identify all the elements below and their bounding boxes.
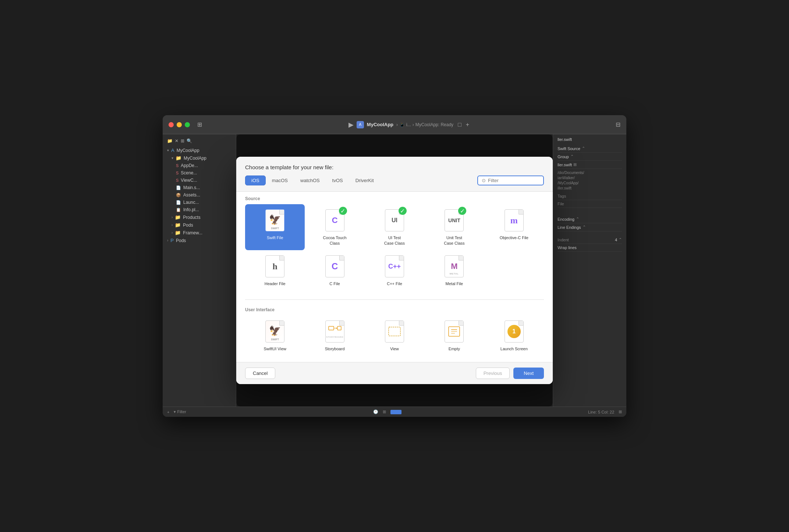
status-icon: ⊞ <box>619 409 622 414</box>
tab-driverkit[interactable]: DriverKit <box>349 175 380 185</box>
sidebar-toolbar: 📁 ✕ ⊞ 🔍 <box>163 137 236 146</box>
modal-footer: Cancel Previous Next <box>236 362 553 384</box>
template-swift-file[interactable]: 🦅 SWIFT Swift File <box>245 204 305 250</box>
tab-watchos[interactable]: watchOS <box>294 175 326 185</box>
indent-value: 4 ⌃ <box>615 237 622 242</box>
spacer2 <box>558 231 622 236</box>
ui-test-label: UI TestCase Class <box>384 235 405 246</box>
template-swiftui[interactable]: 🦅 SWIFT SwiftUI View <box>245 315 305 356</box>
sidebar-item-products[interactable]: › 📁 Products <box>163 213 236 221</box>
play-button[interactable]: ▶ <box>348 121 354 129</box>
template-unit-test[interactable]: UNIT ✓ Unit TestCase Class <box>424 204 484 250</box>
objc-icon: m <box>502 209 526 232</box>
sidebar-item-launchscreen[interactable]: 📄 Launc... <box>163 199 236 206</box>
minimize-button[interactable] <box>177 122 182 127</box>
template-empty[interactable]: Empty <box>424 315 484 356</box>
right-panel-group: Group ⌃ <box>558 153 622 161</box>
wrap-value: Wrap lines <box>558 245 577 250</box>
spacer <box>558 208 622 215</box>
template-cpp-file[interactable]: C++ C++ File <box>365 250 424 291</box>
template-launch-screen[interactable]: 1 Launch Screen <box>484 315 544 356</box>
sidebar-folder-label: MyCoolApp <box>184 156 206 161</box>
template-metal[interactable]: M METAL Metal File <box>424 250 484 291</box>
template-header[interactable]: h Header File <box>245 250 305 291</box>
sidebar-item-infoplist[interactable]: 📋 Info.pl... <box>163 206 236 213</box>
sidebar-item-viewcontroller[interactable]: S ViewC... <box>163 177 236 184</box>
previous-button[interactable]: Previous <box>476 368 510 379</box>
filter-icon: ⊙ <box>482 178 486 183</box>
plist-icon: 📋 <box>176 208 181 212</box>
template-storyboard[interactable]: STORYBOARD Storyboard <box>305 315 364 356</box>
template-c-file[interactable]: C C File <box>305 250 364 291</box>
sidebar-file-label: Info.pl... <box>183 207 199 212</box>
tab-tvos[interactable]: tvOS <box>326 175 349 185</box>
hierarchy-icon[interactable]: ⊞ <box>181 138 184 143</box>
line-endings-value: Line Endings ⌃ <box>558 225 586 230</box>
tab-ios[interactable]: iOS <box>245 175 266 185</box>
sidebar-item-pods-root[interactable]: › P Pods <box>163 237 236 244</box>
sidebar-item-pods[interactable]: › 📁 Pods <box>163 221 236 229</box>
template-view[interactable]: View <box>365 315 424 356</box>
layout-toggle-icon[interactable]: ⊟ <box>616 121 620 128</box>
chevron-icon: › <box>167 238 168 242</box>
breadcrumb-icon: 📱 <box>399 122 405 127</box>
sidebar-root-label: MyCoolApp <box>177 148 199 153</box>
breadcrumb-text: i... <box>406 122 411 127</box>
cancel-button[interactable]: Cancel <box>245 368 275 379</box>
maximize-button[interactable] <box>185 122 190 127</box>
sidebar-item-scenedelegate[interactable]: S Scene... <box>163 169 236 177</box>
sidebar-pods-root-label: Pods <box>176 238 186 243</box>
sidebar-file-label: Scene... <box>181 170 197 175</box>
x-icon[interactable]: ✕ <box>175 138 178 143</box>
swift-icon: S <box>176 163 178 168</box>
sidebar-item-appdelegate[interactable]: S AppDe... <box>163 162 236 169</box>
sidebar-file-label: Assets... <box>183 192 200 198</box>
sidebar-toggle-icon[interactable]: ⊞ <box>197 121 202 128</box>
sidebar-item-mycoolapp-folder[interactable]: ▾ 📁 MyCoolApp <box>163 154 236 162</box>
position-label: Line: 5 Col: 22 <box>588 410 614 414</box>
filter-input[interactable] <box>488 178 539 183</box>
add-tab-icon[interactable]: + <box>466 121 469 128</box>
new-file-dialog: Choose a template for your new file: iOS… <box>236 157 553 384</box>
swift-icon: S <box>176 178 178 182</box>
empty-label: Empty <box>449 346 460 351</box>
right-panel-file-value: ller.swift ⊞ <box>558 162 577 167</box>
blue-rect <box>390 410 401 414</box>
launch-screen-icon: 1 <box>502 320 526 343</box>
encoding-value: Encoding ⌃ <box>558 217 579 221</box>
filter-dropdown[interactable]: ▾ Filter <box>174 409 186 414</box>
empty-icon <box>442 320 466 343</box>
sidebar-item-frameworks[interactable]: › 📁 Framew... <box>163 229 236 237</box>
close-button[interactable] <box>169 122 174 127</box>
sidebar-file-label: AppDe... <box>181 163 198 168</box>
svg-rect-4 <box>389 327 400 336</box>
right-panel-file: ller.swift ⊞ <box>558 161 622 169</box>
app-name-label: MyCoolApp <box>367 122 393 127</box>
header-icon: h <box>263 255 287 278</box>
sidebar-item-main[interactable]: 📄 Main.s... <box>163 184 236 191</box>
search-icon[interactable]: 🔍 <box>187 138 192 143</box>
filter-box[interactable]: ⊙ <box>477 175 544 185</box>
modal-header: Choose a template for your new file: iOS… <box>236 157 553 191</box>
sidebar-item-mycoolapp-root[interactable]: ▾ A MyCoolApp <box>163 146 236 154</box>
swift-icon: S <box>176 171 178 175</box>
folder-icon[interactable]: 📁 <box>167 138 173 143</box>
share-icon[interactable]: □ <box>458 121 461 128</box>
template-cocoa-touch[interactable]: C ✓ Cocoa TouchClass <box>305 204 364 250</box>
sidebar-item-assets[interactable]: 📦 Assets... <box>163 191 236 199</box>
breadcrumb-status: MyCoolApp: Ready <box>415 122 453 127</box>
template-ui-test[interactable]: UI ✓ UI TestCase Class <box>365 204 424 250</box>
right-panel-encoding: Encoding ⌃ <box>558 215 622 223</box>
chevron-icon: › <box>171 223 173 227</box>
footer-right: Previous Next <box>476 368 544 379</box>
folder-icon: 📁 <box>175 230 181 235</box>
tab-macos[interactable]: macOS <box>266 175 294 185</box>
next-button[interactable]: Next <box>513 368 544 379</box>
expand-icon[interactable]: ⊞ <box>383 409 386 414</box>
storyboard-icon: STORYBOARD <box>323 320 347 343</box>
add-icon[interactable]: + <box>167 410 169 414</box>
sidebar-frameworks-label: Framew... <box>183 230 202 235</box>
chevron-icon: ▾ <box>167 148 169 152</box>
swiftui-icon: 🦅 SWIFT <box>263 320 287 343</box>
template-objc[interactable]: m Objective-C File <box>484 204 544 250</box>
